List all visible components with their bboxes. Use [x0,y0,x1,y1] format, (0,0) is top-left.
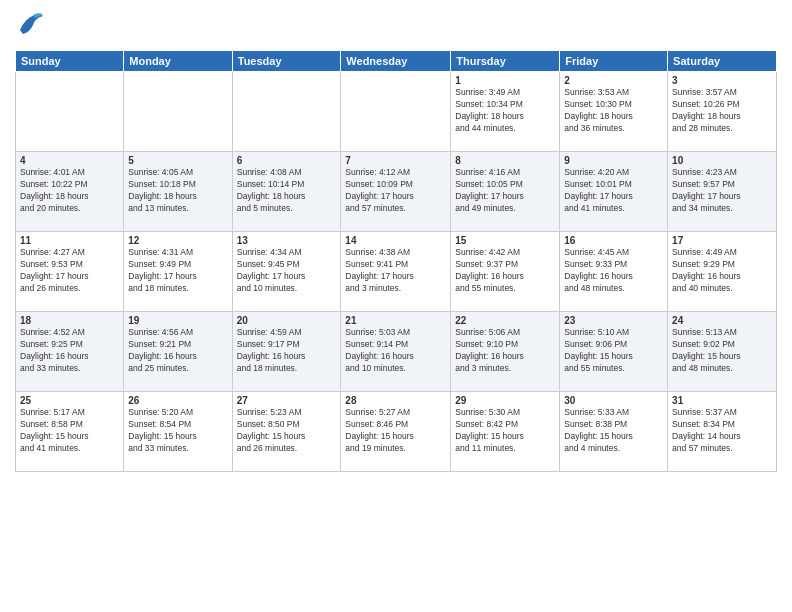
day-number: 28 [345,395,446,406]
calendar-cell: 13Sunrise: 4:34 AM Sunset: 9:45 PM Dayli… [232,232,341,312]
day-number: 30 [564,395,663,406]
calendar-cell: 21Sunrise: 5:03 AM Sunset: 9:14 PM Dayli… [341,312,451,392]
calendar-cell: 4Sunrise: 4:01 AM Sunset: 10:22 PM Dayli… [16,152,124,232]
calendar-day-header: Sunday [16,51,124,72]
calendar-cell [232,72,341,152]
calendar-day-header: Thursday [451,51,560,72]
day-number: 27 [237,395,337,406]
day-info: Sunrise: 5:30 AM Sunset: 8:42 PM Dayligh… [455,407,555,455]
calendar-week-row: 25Sunrise: 5:17 AM Sunset: 8:58 PM Dayli… [16,392,777,472]
day-info: Sunrise: 4:52 AM Sunset: 9:25 PM Dayligh… [20,327,119,375]
day-number: 6 [237,155,337,166]
calendar-day-header: Tuesday [232,51,341,72]
day-number: 17 [672,235,772,246]
day-info: Sunrise: 5:27 AM Sunset: 8:46 PM Dayligh… [345,407,446,455]
day-number: 9 [564,155,663,166]
day-info: Sunrise: 4:01 AM Sunset: 10:22 PM Daylig… [20,167,119,215]
day-number: 2 [564,75,663,86]
day-info: Sunrise: 3:57 AM Sunset: 10:26 PM Daylig… [672,87,772,135]
day-number: 11 [20,235,119,246]
day-info: Sunrise: 4:05 AM Sunset: 10:18 PM Daylig… [128,167,227,215]
day-number: 22 [455,315,555,326]
calendar-cell: 24Sunrise: 5:13 AM Sunset: 9:02 PM Dayli… [668,312,777,392]
day-info: Sunrise: 3:49 AM Sunset: 10:34 PM Daylig… [455,87,555,135]
day-number: 25 [20,395,119,406]
calendar-day-header: Monday [124,51,232,72]
day-number: 21 [345,315,446,326]
logo-icon [15,10,45,40]
calendar-cell: 29Sunrise: 5:30 AM Sunset: 8:42 PM Dayli… [451,392,560,472]
calendar-cell [16,72,124,152]
calendar-cell: 12Sunrise: 4:31 AM Sunset: 9:49 PM Dayli… [124,232,232,312]
calendar-cell [341,72,451,152]
calendar-week-row: 18Sunrise: 4:52 AM Sunset: 9:25 PM Dayli… [16,312,777,392]
day-number: 24 [672,315,772,326]
calendar-cell: 30Sunrise: 5:33 AM Sunset: 8:38 PM Dayli… [560,392,668,472]
calendar-cell: 22Sunrise: 5:06 AM Sunset: 9:10 PM Dayli… [451,312,560,392]
day-number: 15 [455,235,555,246]
calendar-cell: 27Sunrise: 5:23 AM Sunset: 8:50 PM Dayli… [232,392,341,472]
header [15,10,777,44]
day-info: Sunrise: 4:49 AM Sunset: 9:29 PM Dayligh… [672,247,772,295]
day-info: Sunrise: 4:31 AM Sunset: 9:49 PM Dayligh… [128,247,227,295]
day-info: Sunrise: 4:56 AM Sunset: 9:21 PM Dayligh… [128,327,227,375]
calendar-week-row: 11Sunrise: 4:27 AM Sunset: 9:53 PM Dayli… [16,232,777,312]
calendar-cell: 1Sunrise: 3:49 AM Sunset: 10:34 PM Dayli… [451,72,560,152]
day-info: Sunrise: 4:34 AM Sunset: 9:45 PM Dayligh… [237,247,337,295]
calendar-cell: 10Sunrise: 4:23 AM Sunset: 9:57 PM Dayli… [668,152,777,232]
calendar-cell: 18Sunrise: 4:52 AM Sunset: 9:25 PM Dayli… [16,312,124,392]
calendar-cell: 17Sunrise: 4:49 AM Sunset: 9:29 PM Dayli… [668,232,777,312]
calendar-cell: 7Sunrise: 4:12 AM Sunset: 10:09 PM Dayli… [341,152,451,232]
calendar-cell: 8Sunrise: 4:16 AM Sunset: 10:05 PM Dayli… [451,152,560,232]
day-info: Sunrise: 5:37 AM Sunset: 8:34 PM Dayligh… [672,407,772,455]
calendar-cell: 25Sunrise: 5:17 AM Sunset: 8:58 PM Dayli… [16,392,124,472]
day-number: 5 [128,155,227,166]
day-info: Sunrise: 4:16 AM Sunset: 10:05 PM Daylig… [455,167,555,215]
calendar-header-row: SundayMondayTuesdayWednesdayThursdayFrid… [16,51,777,72]
day-number: 1 [455,75,555,86]
day-number: 10 [672,155,772,166]
day-number: 18 [20,315,119,326]
calendar-cell: 19Sunrise: 4:56 AM Sunset: 9:21 PM Dayli… [124,312,232,392]
day-info: Sunrise: 4:42 AM Sunset: 9:37 PM Dayligh… [455,247,555,295]
calendar-cell: 3Sunrise: 3:57 AM Sunset: 10:26 PM Dayli… [668,72,777,152]
calendar-cell: 6Sunrise: 4:08 AM Sunset: 10:14 PM Dayli… [232,152,341,232]
day-info: Sunrise: 4:20 AM Sunset: 10:01 PM Daylig… [564,167,663,215]
day-number: 12 [128,235,227,246]
day-info: Sunrise: 4:38 AM Sunset: 9:41 PM Dayligh… [345,247,446,295]
day-number: 4 [20,155,119,166]
calendar-cell: 16Sunrise: 4:45 AM Sunset: 9:33 PM Dayli… [560,232,668,312]
calendar-table: SundayMondayTuesdayWednesdayThursdayFrid… [15,50,777,472]
day-number: 20 [237,315,337,326]
calendar-cell: 23Sunrise: 5:10 AM Sunset: 9:06 PM Dayli… [560,312,668,392]
calendar-cell: 14Sunrise: 4:38 AM Sunset: 9:41 PM Dayli… [341,232,451,312]
day-info: Sunrise: 4:12 AM Sunset: 10:09 PM Daylig… [345,167,446,215]
calendar-cell [124,72,232,152]
calendar-cell: 26Sunrise: 5:20 AM Sunset: 8:54 PM Dayli… [124,392,232,472]
day-info: Sunrise: 4:27 AM Sunset: 9:53 PM Dayligh… [20,247,119,295]
day-info: Sunrise: 5:33 AM Sunset: 8:38 PM Dayligh… [564,407,663,455]
day-info: Sunrise: 5:23 AM Sunset: 8:50 PM Dayligh… [237,407,337,455]
day-number: 8 [455,155,555,166]
day-info: Sunrise: 4:45 AM Sunset: 9:33 PM Dayligh… [564,247,663,295]
calendar-cell: 2Sunrise: 3:53 AM Sunset: 10:30 PM Dayli… [560,72,668,152]
day-number: 16 [564,235,663,246]
day-number: 7 [345,155,446,166]
day-info: Sunrise: 4:08 AM Sunset: 10:14 PM Daylig… [237,167,337,215]
day-number: 3 [672,75,772,86]
day-info: Sunrise: 5:20 AM Sunset: 8:54 PM Dayligh… [128,407,227,455]
page: SundayMondayTuesdayWednesdayThursdayFrid… [0,0,792,612]
calendar-cell: 20Sunrise: 4:59 AM Sunset: 9:17 PM Dayli… [232,312,341,392]
day-info: Sunrise: 5:03 AM Sunset: 9:14 PM Dayligh… [345,327,446,375]
day-number: 19 [128,315,227,326]
calendar-cell: 11Sunrise: 4:27 AM Sunset: 9:53 PM Dayli… [16,232,124,312]
calendar-day-header: Saturday [668,51,777,72]
calendar-day-header: Wednesday [341,51,451,72]
calendar-cell: 5Sunrise: 4:05 AM Sunset: 10:18 PM Dayli… [124,152,232,232]
calendar-day-header: Friday [560,51,668,72]
day-info: Sunrise: 5:06 AM Sunset: 9:10 PM Dayligh… [455,327,555,375]
day-info: Sunrise: 3:53 AM Sunset: 10:30 PM Daylig… [564,87,663,135]
day-number: 29 [455,395,555,406]
calendar-cell: 31Sunrise: 5:37 AM Sunset: 8:34 PM Dayli… [668,392,777,472]
day-number: 31 [672,395,772,406]
